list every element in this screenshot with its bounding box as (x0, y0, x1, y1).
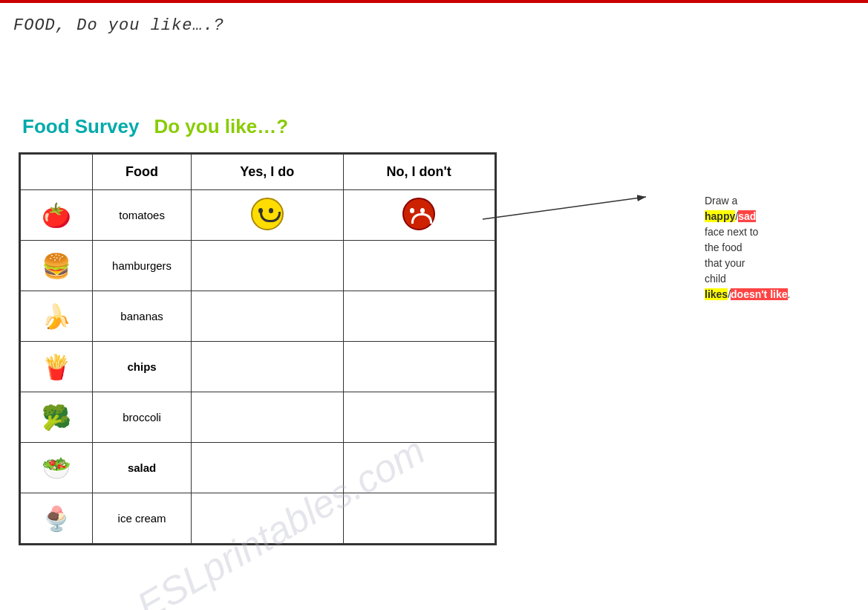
survey-title-food: Food Survey (22, 115, 139, 138)
page-title: FOOD, Do you like….? (13, 16, 224, 35)
instruction-that-your: that your (705, 257, 745, 269)
no-cell (343, 392, 495, 443)
instruction-the-food: the food (705, 241, 743, 253)
table-row: 🍔hamburgers (21, 241, 495, 291)
yes-cell (192, 392, 343, 443)
instruction-sad: sad (738, 210, 756, 222)
instruction-box: Draw a happy/sad face next to the food t… (705, 193, 823, 302)
food-name-cell: broccoli (93, 392, 192, 443)
table-row: 🥦broccoli (21, 392, 495, 443)
no-cell (343, 493, 495, 544)
food-name-cell: hamburgers (93, 241, 192, 291)
food-emoji: 🥗 (42, 455, 71, 481)
food-name-cell: ice cream (93, 493, 192, 544)
food-emoji: 🍅 (42, 202, 71, 229)
food-emoji: 🍟 (42, 354, 71, 380)
instruction-draw: Draw a (705, 195, 737, 207)
instruction-period: . (788, 288, 791, 300)
table-row: 🥗salad (21, 443, 495, 493)
yes-cell (192, 241, 343, 291)
food-emoji: 🥦 (42, 404, 71, 431)
yes-cell (192, 443, 343, 493)
no-cell (343, 291, 495, 342)
table-row: 🍟chips (21, 342, 495, 392)
food-icon-cell: 🥦 (21, 392, 93, 443)
instruction-doesnt: doesn't like (731, 288, 787, 300)
header-icon-col (21, 155, 93, 190)
happy-face-icon (251, 198, 284, 230)
no-cell (343, 342, 495, 392)
food-emoji: 🍔 (42, 253, 71, 279)
yes-cell (192, 291, 343, 342)
instruction-happy: happy (705, 210, 735, 222)
food-name-cell: chips (93, 342, 192, 392)
instruction-child: child (705, 273, 726, 285)
food-name-cell: bananas (93, 291, 192, 342)
instruction-likes: likes (705, 288, 728, 300)
instruction-face-next: face next to (705, 226, 758, 238)
table-row: 🍅tomatoes (21, 190, 495, 241)
yes-cell (192, 493, 343, 544)
food-survey-table: Food Yes, I do No, I don't 🍅tomatoes🍔ham… (19, 152, 497, 545)
survey-title-row: Food Survey Do you like…? (22, 115, 288, 138)
header-yes: Yes, I do (192, 155, 343, 190)
food-icon-cell: 🍔 (21, 241, 93, 291)
food-emoji: 🍌 (42, 303, 71, 330)
table-row: 🍌bananas (21, 291, 495, 342)
yes-cell (192, 342, 343, 392)
header-food: Food (93, 155, 192, 190)
top-border (0, 0, 868, 3)
sad-face-icon (402, 198, 435, 230)
yes-cell (192, 190, 343, 241)
header-no: No, I don't (343, 155, 495, 190)
table-row: 🍨ice cream (21, 493, 495, 544)
food-emoji: 🍨 (42, 505, 71, 532)
food-name-cell: tomatoes (93, 190, 192, 241)
arrow-graphic (468, 189, 676, 227)
no-cell (343, 443, 495, 493)
survey-title-do: Do you like…? (154, 115, 288, 138)
no-cell (343, 190, 495, 241)
svg-line-0 (483, 197, 646, 219)
food-name-cell: salad (93, 443, 192, 493)
table-header-row: Food Yes, I do No, I don't (21, 155, 495, 190)
no-cell (343, 241, 495, 291)
food-icon-cell: 🥗 (21, 443, 93, 493)
food-icon-cell: 🍅 (21, 190, 93, 241)
food-icon-cell: 🍟 (21, 342, 93, 392)
food-icon-cell: 🍨 (21, 493, 93, 544)
food-icon-cell: 🍌 (21, 291, 93, 342)
